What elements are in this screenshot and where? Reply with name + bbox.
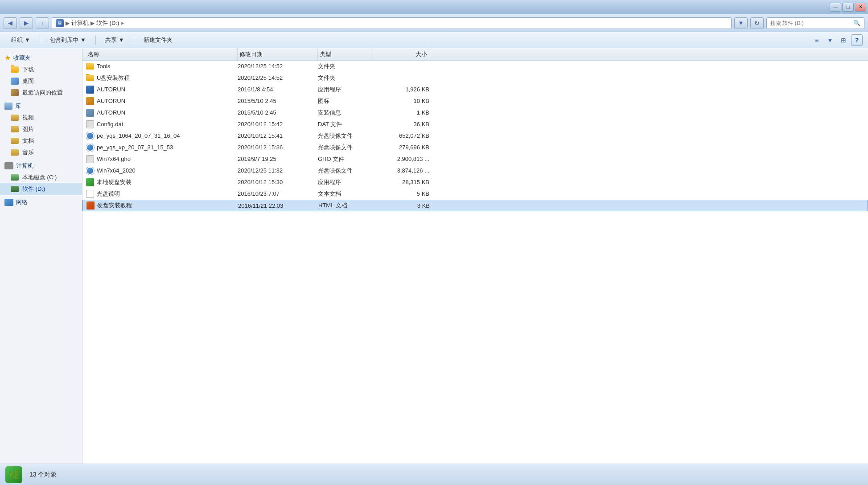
sidebar-item-music[interactable]: 音乐 (0, 147, 82, 158)
table-row[interactable]: AUTORUN 2015/5/10 2:45 安装信息 1 KB (82, 107, 868, 119)
file-size-cell: 28,315 KB (371, 179, 429, 185)
view-toggle-button[interactable]: ≡ (811, 34, 823, 46)
sidebar-item-drive-c[interactable]: 本地磁盘 (C:) (0, 172, 82, 183)
file-date: 2020/10/12 15:41 (238, 132, 283, 139)
view-options-button[interactable]: ▼ (824, 34, 836, 46)
html-icon (86, 201, 95, 210)
file-date: 2016/1/8 4:54 (238, 86, 273, 93)
inf-icon (86, 109, 94, 117)
file-date: 2020/12/25 11:32 (238, 167, 283, 174)
file-size: 652,072 KB (399, 132, 429, 139)
col-size-label: 大小 (415, 50, 427, 58)
file-date-cell: 2016/1/8 4:54 (238, 86, 318, 93)
col-header-name[interactable]: 名称 (86, 48, 238, 60)
file-type: DAT 文件 (318, 120, 342, 128)
close-button[interactable]: ✕ (855, 3, 866, 12)
table-row[interactable]: Win7x64.gho 2019/9/7 19:25 GHO 文件 2,900,… (82, 153, 868, 165)
computer-sidebar-icon (4, 162, 13, 169)
table-row[interactable]: 硬盘安装教程 2016/11/21 22:03 HTML 文档 3 KB (82, 200, 868, 211)
breadcrumb[interactable]: 🖥 ▶ 计算机 ▶ 软件 (D:) ▶ (52, 17, 732, 29)
sidebar-item-image[interactable]: 图片 (0, 123, 82, 135)
col-header-type[interactable]: 类型 (318, 48, 371, 60)
sidebar-item-doc[interactable]: 文档 (0, 135, 82, 147)
table-row[interactable]: 本地硬盘安装 2020/10/12 15:30 应用程序 28,315 KB (82, 177, 868, 188)
table-row[interactable]: U盘安装教程 2020/12/25 14:52 文件夹 (82, 72, 868, 84)
table-row[interactable]: AUTORUN 2015/5/10 2:45 图标 10 KB (82, 95, 868, 107)
file-name: U盘安装教程 (97, 74, 130, 82)
toolbar-right-area: ≡ ▼ ⊞ ? (811, 34, 863, 46)
sidebar-item-downloads[interactable]: 下载 (0, 64, 82, 75)
music-folder-icon (11, 149, 19, 156)
computer-label: 计算机 (16, 162, 33, 170)
new-folder-label: 新建文件夹 (144, 36, 173, 44)
file-size-cell: 652,072 KB (371, 132, 429, 139)
table-row[interactable]: 光盘说明 2016/10/23 7:07 文本文档 5 KB (82, 188, 868, 200)
sidebar-computer-header[interactable]: 计算机 (0, 160, 82, 172)
maximize-button[interactable]: □ (842, 3, 854, 12)
file-date-cell: 2016/10/23 7:07 (238, 190, 318, 197)
share-button[interactable]: 共享 ▼ (99, 34, 130, 46)
forward-button[interactable]: ▶ (20, 17, 33, 29)
file-type: 光盘映像文件 (318, 167, 353, 175)
sidebar-network-header[interactable]: 网络 (0, 197, 82, 208)
txt-icon (86, 190, 94, 198)
include-lib-arrow: ▼ (80, 37, 86, 43)
file-name: Win7x64_2020 (97, 167, 136, 174)
table-row[interactable]: Config.dat 2020/10/12 15:42 DAT 文件 36 KB (82, 119, 868, 130)
up-button[interactable]: ↑ (36, 17, 49, 29)
col-type-label: 类型 (320, 50, 331, 58)
file-name-cell: pe_yqs_1064_20_07_31_16_04 (86, 132, 238, 140)
table-row[interactable]: pe_yqs_1064_20_07_31_16_04 2020/10/12 15… (82, 130, 868, 142)
sidebar-library-header[interactable]: 库 (0, 100, 82, 112)
share-label: 共享 (105, 36, 117, 44)
col-header-size[interactable]: 大小 (371, 48, 429, 60)
titlebar-buttons: — □ ✕ (830, 3, 866, 12)
file-name: Config.dat (97, 121, 123, 127)
file-type-cell: 应用程序 (318, 86, 371, 94)
sidebar-favorites-header[interactable]: ★ 收藏夹 (0, 52, 82, 64)
statusbar: 🌿 13 个对象 (0, 464, 868, 485)
file-size: 1,926 KB (406, 86, 430, 93)
table-row[interactable]: AUTORUN 2016/1/8 4:54 应用程序 1,926 KB (82, 84, 868, 95)
folder-icon (86, 63, 94, 70)
preview-button[interactable]: ⊞ (838, 34, 849, 46)
search-input[interactable] (770, 20, 852, 26)
new-folder-button[interactable]: 新建文件夹 (138, 34, 178, 46)
table-row[interactable]: pe_yqs_xp_20_07_31_15_53 2020/10/12 15:3… (82, 142, 868, 153)
breadcrumb-computer[interactable]: 计算机 (71, 19, 89, 27)
toolbar-separator-3 (134, 35, 134, 45)
file-date: 2015/5/10 2:45 (238, 109, 276, 116)
file-name: pe_yqs_xp_20_07_31_15_53 (97, 144, 173, 151)
file-type: GHO 文件 (318, 155, 344, 163)
minimize-button[interactable]: — (830, 3, 841, 12)
col-header-date[interactable]: 修改日期 (238, 48, 318, 60)
sidebar-item-video[interactable]: 视频 (0, 112, 82, 123)
file-date-cell: 2015/5/10 2:45 (238, 109, 318, 116)
sidebar: ★ 收藏夹 下载 桌面 最近访问的位置 库 (0, 48, 82, 464)
titlebar: — □ ✕ (0, 0, 868, 14)
table-row[interactable]: Win7x64_2020 2020/12/25 11:32 光盘映像文件 3,8… (82, 165, 868, 177)
dropdown-button[interactable]: ▼ (734, 17, 748, 29)
organize-button[interactable]: 组织 ▼ (5, 34, 36, 46)
file-name-cell: Win7x64.gho (86, 155, 238, 163)
table-row[interactable]: Tools 2020/12/25 14:52 文件夹 (82, 61, 868, 72)
recent-label: 最近访问的位置 (22, 89, 63, 97)
file-name: pe_yqs_1064_20_07_31_16_04 (97, 132, 180, 139)
breadcrumb-drive-d[interactable]: 软件 (D:) (96, 19, 119, 27)
file-date-cell: 2020/10/12 15:36 (238, 144, 318, 151)
favorites-star-icon: ★ (4, 53, 11, 62)
include-lib-button[interactable]: 包含到库中 ▼ (44, 34, 92, 46)
help-button[interactable]: ? (851, 34, 863, 46)
breadcrumb-dropdown-arrow[interactable]: ▶ (121, 21, 124, 25)
dat-icon (86, 120, 94, 128)
search-icon[interactable]: 🔍 (853, 20, 860, 26)
sidebar-item-drive-d[interactable]: 软件 (D:) (0, 183, 82, 195)
sidebar-item-recent[interactable]: 最近访问的位置 (0, 87, 82, 99)
search-bar: 🔍 (766, 17, 864, 29)
back-button[interactable]: ◀ (4, 17, 17, 29)
file-date: 2016/11/21 22:03 (238, 202, 283, 209)
refresh-button[interactable]: ↻ (750, 17, 764, 29)
folder-icon (86, 75, 94, 81)
sidebar-item-desktop[interactable]: 桌面 (0, 75, 82, 87)
network-label: 网络 (16, 198, 28, 206)
